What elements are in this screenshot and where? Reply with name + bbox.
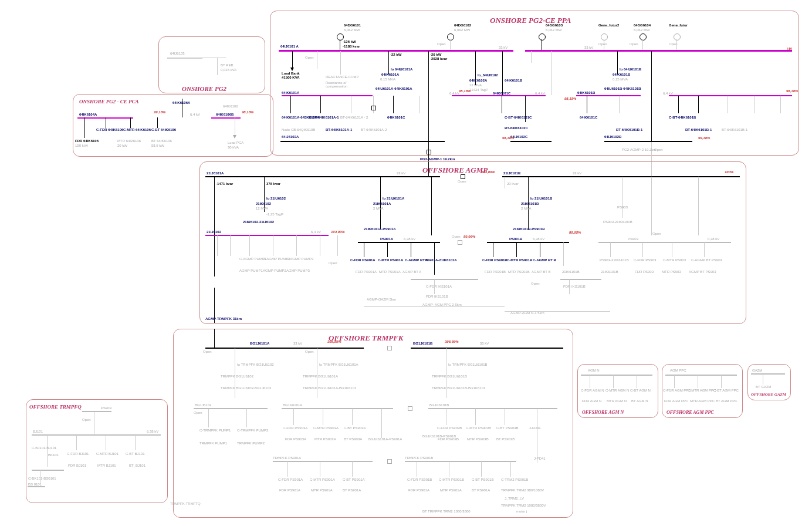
d-react (340, 51, 341, 75)
td3 (446, 348, 446, 398)
bt-trm2: BT TRMPFK TRM2 1080/3800 (422, 510, 471, 513)
bus-64ik01c-l: 64IK6101C (493, 92, 510, 95)
gf2-drop (604, 39, 604, 50)
gen-lbl-1: 64DG6101 (344, 23, 361, 27)
bus-agmn (581, 375, 652, 376)
c-fd41: J-FD41 (529, 426, 541, 430)
c-mtr-agmppc: C-MTR AGM PPC (688, 389, 716, 392)
pb4 (563, 242, 564, 266)
tb2 (449, 461, 449, 477)
an1 (590, 375, 590, 388)
tpump1: TRMPFK PUMP1 (199, 441, 227, 445)
title-onshore-pg2-ce-pca: ONSHORE PG2 - CE PCA (79, 99, 139, 104)
p2 (230, 235, 231, 256)
pca-d4 (235, 117, 235, 136)
g3-drop (542, 39, 542, 50)
p5 (296, 235, 297, 256)
c-mtr-901a: C-MTR PS901A (378, 258, 403, 262)
sw-bg1k-tie (408, 406, 412, 411)
pa2 (387, 242, 388, 257)
cbt-01b: C-BT-64IK6101B (669, 116, 696, 119)
bus-BG1J6101B (411, 348, 563, 349)
load-103-1: 103,00% (481, 170, 495, 174)
loading-98-3: 98,18% (502, 136, 514, 140)
ad8 (651, 177, 652, 235)
kv638-b: 6,38 kV (533, 237, 544, 241)
c-bt-903b: C-BT PS903B (496, 426, 519, 430)
qd4 (106, 435, 106, 450)
pa1 (364, 242, 364, 257)
open-tdp1: Open (194, 411, 202, 414)
io-64iu01b: Io 64IU6101B (620, 68, 641, 71)
c-fdr-903b: C-FDR PS903B (437, 426, 462, 430)
gen-64DG6103 (539, 33, 546, 41)
loading-99-3: 99,18% (698, 136, 710, 140)
d-64iu01b (617, 51, 618, 75)
tagp-125: -1,25 TagP (266, 213, 283, 216)
title-onshore-pg2: ONSHORE PG2 (182, 85, 226, 92)
link-64iu01b: 64IU6101B-64IK6101B (604, 87, 641, 90)
c-fdr-903: C-FDR PS903 (634, 258, 656, 262)
bg1u01a: TRMPFK BG1U6101A (303, 375, 338, 378)
fdr-901b2: FDR PS901A (408, 488, 429, 492)
c-bj101: C-BJ101-BJ101 (32, 446, 56, 450)
motor-j: motor j (516, 510, 527, 513)
c-fdr-901a2: C-FDR PS901A (278, 478, 303, 481)
kv638-q: 6,38 kV (147, 430, 158, 433)
sw-t901-tie (387, 459, 392, 464)
c-agmp-btb: C-AGMP BT B (533, 258, 556, 262)
fdr-903: FDR PS903 (635, 270, 654, 274)
bus-64ik01b: 64IK6101B (613, 73, 630, 76)
fdr-bj: FDR BJ101 (68, 464, 86, 467)
bg1j01a: BG1J6101A (250, 342, 269, 345)
kv64-2: 6,4 kV (535, 92, 545, 95)
qd2 (47, 435, 48, 467)
bus-64ik01c-r: 64IK6101C (580, 116, 597, 119)
sw-bg1j-tie (387, 346, 392, 350)
pca-d1 (106, 117, 106, 128)
c-fdr-901b2: C-FDR PS901B (407, 478, 432, 481)
node-cb: Node CB-64QIK610B (282, 128, 315, 132)
d-64iu01a (388, 51, 389, 75)
ps903-top: PS903 (617, 205, 628, 209)
gen-mw-4: 6,062 MW (634, 28, 649, 32)
bt-903b: BT PS903B (496, 437, 515, 441)
trm2-380: TRMPFK TRM2 380/1080V (501, 488, 544, 492)
bus-64IK6106B (211, 117, 241, 119)
loadpca: Load PCA (228, 141, 243, 144)
c-fdr-903a: C-FDR PS903A (283, 426, 307, 430)
pb3 (540, 242, 540, 257)
fdr-901b: FDR PS901B (485, 270, 506, 274)
bus-64ik01c: 64IK6101C (387, 116, 405, 119)
d-loadbank (292, 51, 293, 69)
bk7 (502, 96, 502, 113)
t901a-lbl: TRMPFK PS901A (273, 456, 301, 460)
mv-015b: 0,15 MVA (613, 77, 628, 81)
td1 (235, 348, 235, 398)
bus-64ij02a: 64IJ6102A (282, 135, 299, 139)
d-open3 (552, 51, 552, 95)
sw-cbl1 (427, 150, 431, 154)
p1 (217, 235, 218, 256)
open-td2: Open (305, 350, 314, 353)
c-fdr-106: C-FDR 64IK6106 (96, 128, 123, 132)
io-bg1u02: Io TRMPFK BG1U6102 (237, 363, 274, 366)
bk2 (320, 96, 321, 113)
c-pump3: C-AGMP PUMP3 (286, 257, 313, 261)
kv33-r: 33 kV (584, 46, 593, 49)
cable-agmp2-lbl: PG2-AGMP-2 19.2km (622, 148, 656, 151)
c-bt-bj: C-BT BJ101 (126, 452, 145, 456)
flow-1188: -1188 kvar (343, 45, 360, 48)
agmppc-lbl: AGM PPC (670, 369, 686, 372)
bus-64IK6101C-l (452, 95, 546, 96)
bk3 (351, 96, 351, 113)
p3 (249, 235, 250, 256)
ps903-lbl: PS903 (628, 237, 638, 241)
link-bg1u01a: TRMPFK BG1U6101A-BG1K6101 (303, 386, 356, 390)
bus-21IJ6101A (205, 176, 440, 177)
gen-genefutur2 (601, 33, 608, 41)
ta3 (352, 461, 353, 477)
fdr-agmppc: FDR AGM PPC (664, 399, 688, 403)
ad9 (698, 177, 699, 235)
kv33-agmp2: 33 kV (573, 171, 581, 175)
